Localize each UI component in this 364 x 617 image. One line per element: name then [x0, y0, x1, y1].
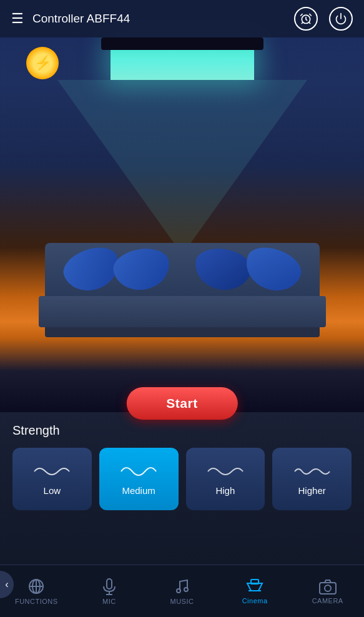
nav-label-music: MUSIC: [170, 598, 194, 605]
strength-higher-label: Higher: [298, 485, 326, 496]
svg-point-10: [184, 588, 188, 591]
nav-item-mic[interactable]: MIC: [73, 573, 146, 610]
panel-back: [101, 37, 263, 50]
strength-low-label: Low: [44, 485, 61, 496]
nav-label-functions: FUNCTIONS: [15, 598, 58, 605]
strength-section: Strength Low Medium High: [0, 412, 364, 518]
sofa-seat: [39, 296, 326, 327]
sofa-base: [45, 327, 320, 337]
header-right: [294, 7, 353, 31]
cinema-icon: [245, 578, 265, 595]
strength-buttons: Low Medium High Higher: [12, 448, 352, 510]
nav-label-mic: MIC: [102, 598, 116, 605]
svg-point-14: [325, 585, 331, 591]
start-button[interactable]: Start: [126, 387, 237, 420]
nav-label-cinema: Cinema: [242, 597, 268, 605]
mic-icon: [101, 578, 117, 595]
pillow-right2: [192, 245, 254, 295]
alarm-button[interactable]: [294, 7, 318, 31]
nav-label-camera: CAMERA: [312, 597, 343, 605]
strength-low-button[interactable]: Low: [12, 448, 92, 510]
functions-icon: [27, 578, 45, 595]
strength-medium-button[interactable]: Medium: [99, 448, 179, 510]
power-button[interactable]: [329, 7, 353, 31]
nav-item-cinema[interactable]: Cinema: [219, 573, 292, 610]
sofa: [39, 243, 326, 337]
camera-icon: [318, 578, 337, 595]
strength-label: Strength: [12, 423, 352, 438]
start-button-container: Start: [126, 387, 237, 420]
header-left: ☰ Controller ABFF44: [11, 11, 130, 27]
svg-rect-13: [320, 583, 336, 594]
pillow-right: [239, 241, 306, 299]
app-title: Controller ABFF44: [32, 12, 130, 26]
strength-high-button[interactable]: High: [186, 448, 265, 510]
svg-point-9: [177, 589, 180, 593]
music-icon: [174, 578, 190, 595]
lamp-icon: ⚡: [26, 47, 59, 79]
bottom-navigation: FUNCTIONS MIC MUSIC Cinema: [0, 565, 364, 617]
bottom-panel: Strength Low Medium High: [0, 412, 364, 565]
strength-high-label: High: [215, 485, 235, 496]
pillow-left2: [111, 245, 173, 295]
app-header: ☰ Controller ABFF44: [0, 0, 364, 37]
scene-area: ⚡: [0, 0, 364, 412]
svg-rect-6: [107, 579, 112, 589]
nav-item-camera[interactable]: CAMERA: [291, 573, 364, 610]
nav-item-music[interactable]: MUSIC: [145, 573, 219, 610]
light-beam: [57, 80, 307, 255]
menu-icon[interactable]: ☰: [11, 11, 24, 27]
sofa-back: [45, 243, 320, 296]
strength-medium-label: Medium: [122, 485, 155, 496]
strength-higher-button[interactable]: Higher: [272, 448, 352, 510]
